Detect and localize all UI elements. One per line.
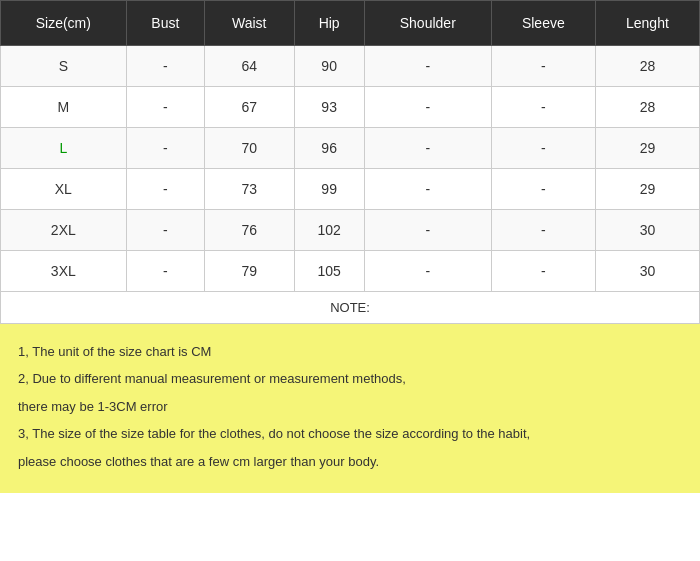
cell-hip: 96 — [294, 128, 364, 169]
cell-shoulder: - — [364, 210, 491, 251]
size-chart-container: Size(cm) Bust Waist Hip Shoulder Sleeve … — [0, 0, 700, 493]
cell-shoulder: - — [364, 128, 491, 169]
cell-hip: 99 — [294, 169, 364, 210]
cell-size: S — [1, 46, 127, 87]
cell-bust: - — [126, 87, 204, 128]
cell-waist: 64 — [204, 46, 294, 87]
note-line-1: 1, The unit of the size chart is CM — [18, 340, 682, 363]
cell-waist: 70 — [204, 128, 294, 169]
cell-size: XL — [1, 169, 127, 210]
cell-sleeve: - — [491, 128, 595, 169]
cell-sleeve: - — [491, 46, 595, 87]
table-row: 3XL-79105--30 — [1, 251, 700, 292]
note-label: NOTE: — [1, 292, 700, 324]
cell-hip: 93 — [294, 87, 364, 128]
header-length: Lenght — [595, 1, 699, 46]
header-shoulder: Shoulder — [364, 1, 491, 46]
cell-hip: 102 — [294, 210, 364, 251]
cell-sleeve: - — [491, 169, 595, 210]
cell-hip: 105 — [294, 251, 364, 292]
note-line-2b: there may be 1-3CM error — [18, 395, 682, 418]
cell-waist: 79 — [204, 251, 294, 292]
note-row: NOTE: — [1, 292, 700, 324]
note-line-3b: please choose clothes that are a few cm … — [18, 450, 682, 473]
notes-section: 1, The unit of the size chart is CM 2, D… — [0, 324, 700, 493]
cell-sleeve: - — [491, 210, 595, 251]
cell-bust: - — [126, 251, 204, 292]
cell-length: 30 — [595, 251, 699, 292]
cell-size: 2XL — [1, 210, 127, 251]
cell-bust: - — [126, 169, 204, 210]
cell-waist: 73 — [204, 169, 294, 210]
table-row: XL-7399--29 — [1, 169, 700, 210]
cell-bust: - — [126, 210, 204, 251]
cell-sleeve: - — [491, 87, 595, 128]
cell-size: M — [1, 87, 127, 128]
note-line-2: 2, Due to different manual measurement o… — [18, 367, 682, 390]
header-hip: Hip — [294, 1, 364, 46]
header-waist: Waist — [204, 1, 294, 46]
cell-length: 29 — [595, 169, 699, 210]
cell-length: 29 — [595, 128, 699, 169]
cell-size: L — [1, 128, 127, 169]
size-table: Size(cm) Bust Waist Hip Shoulder Sleeve … — [0, 0, 700, 324]
cell-waist: 76 — [204, 210, 294, 251]
cell-sleeve: - — [491, 251, 595, 292]
note-line-3: 3, The size of the size table for the cl… — [18, 422, 682, 445]
table-row: M-6793--28 — [1, 87, 700, 128]
table-row: L-7096--29 — [1, 128, 700, 169]
header-bust: Bust — [126, 1, 204, 46]
cell-bust: - — [126, 46, 204, 87]
cell-size: 3XL — [1, 251, 127, 292]
cell-shoulder: - — [364, 46, 491, 87]
cell-length: 28 — [595, 46, 699, 87]
header-size: Size(cm) — [1, 1, 127, 46]
cell-shoulder: - — [364, 251, 491, 292]
table-row: S-6490--28 — [1, 46, 700, 87]
cell-shoulder: - — [364, 169, 491, 210]
cell-shoulder: - — [364, 87, 491, 128]
cell-length: 28 — [595, 87, 699, 128]
cell-bust: - — [126, 128, 204, 169]
table-row: 2XL-76102--30 — [1, 210, 700, 251]
cell-length: 30 — [595, 210, 699, 251]
table-header-row: Size(cm) Bust Waist Hip Shoulder Sleeve … — [1, 1, 700, 46]
header-sleeve: Sleeve — [491, 1, 595, 46]
cell-hip: 90 — [294, 46, 364, 87]
cell-waist: 67 — [204, 87, 294, 128]
